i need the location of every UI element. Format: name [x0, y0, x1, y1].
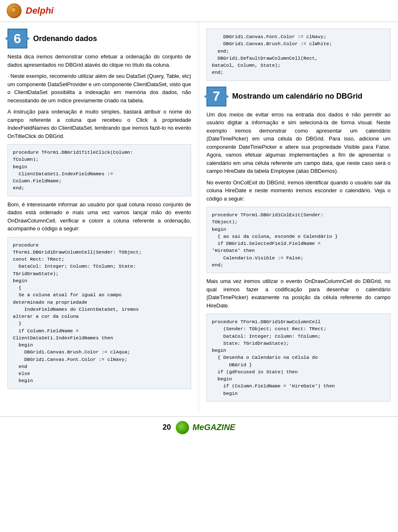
section7-para2: No evento OnColExit do DBGrid, iremos id…: [206, 179, 391, 203]
arrow-right-icon-7: [226, 94, 229, 99]
arrow-right-icon: [27, 36, 30, 41]
main-content: 6 Ordenando dados Nesta dica iremos demo…: [0, 22, 398, 412]
footer-brand: MeGAZINE: [192, 423, 235, 432]
section6-code-top: DBGrid1.Canvas.Font.Color := clNavy; DBG…: [206, 29, 391, 81]
section7-para3: Mais uma vez iremos utilizar o evento On…: [206, 277, 391, 310]
right-column: DBGrid1.Canvas.Font.Color := clNavy; DBG…: [199, 22, 398, 412]
footer-page-number: 20: [163, 423, 171, 432]
left-column: 6 Ordenando dados Nesta dica iremos demo…: [0, 22, 199, 412]
page-footer: 20 MeGAZINE: [0, 416, 398, 438]
svg-point-1: [11, 8, 15, 12]
section7-code1: procedure TForm1.DBGrid1ColExit(Sender: …: [206, 207, 391, 273]
section6-para4: Bom, é interessante informar ao usuário …: [7, 201, 191, 233]
section6-number-box: 6: [7, 29, 27, 48]
section6-para3: A instrução para ordenação é muito simpl…: [7, 108, 191, 140]
header-logo-icon: [7, 3, 22, 18]
section7-header: 7 Mostrando um calendário no DBGrid: [206, 87, 391, 106]
section6-para2: · Neste exemplo, recomendo utilizar além…: [7, 72, 191, 104]
section7-title: Mostrando um calendário no DBGrid: [232, 92, 362, 101]
section6-code2: procedure TForm1.DBGrid1DrawColumnCell(S…: [7, 237, 191, 389]
section6-code1: procedure TForm1.DBGrid1TitleClick(Colum…: [7, 144, 191, 196]
arrow-left-icon: [5, 36, 8, 41]
delphi-logo-svg: [10, 6, 19, 15]
section6-header: 6 Ordenando dados: [7, 29, 191, 48]
section6-title: Ordenando dados: [33, 34, 97, 43]
section7-number-box: 7: [206, 87, 226, 106]
section6-number: 6: [14, 31, 21, 46]
section7-code2: procedure TForm1.DBGrid1DrawColumnCell (…: [206, 314, 391, 401]
footer-logo-icon: [176, 421, 189, 434]
section6-para1: Nesta dica iremos demonstrar como efetua…: [7, 53, 191, 69]
arrow-left-icon-7: [204, 94, 207, 99]
page-header: Delphi: [0, 0, 398, 22]
header-title: Delphi: [26, 5, 53, 16]
section7-para1: Um dos meios de evitar erros na entrada …: [206, 111, 391, 175]
section7-number: 7: [213, 89, 220, 104]
